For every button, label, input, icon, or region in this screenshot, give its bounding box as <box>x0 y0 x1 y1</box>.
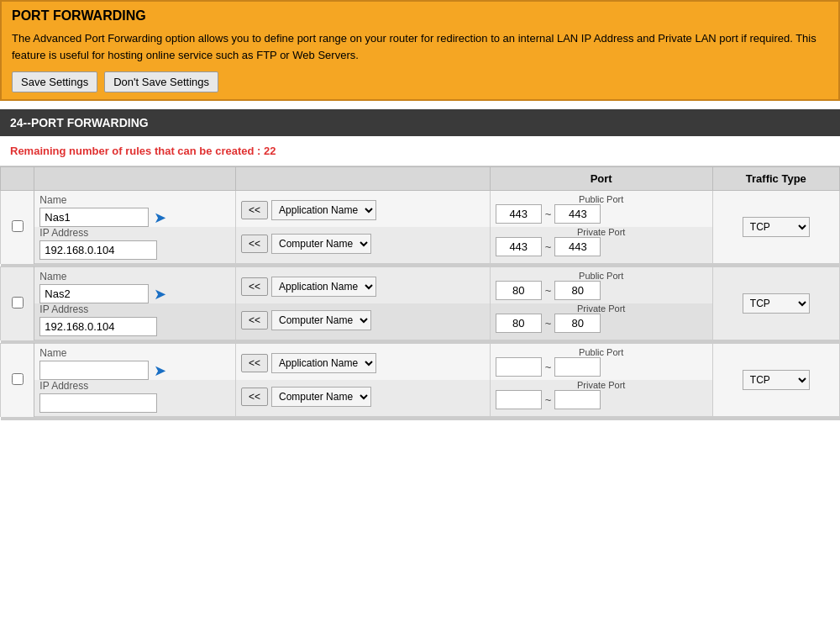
computer-arrow-btn-3[interactable]: << <box>241 388 268 406</box>
name-input-1[interactable] <box>39 208 149 227</box>
public-port-label-2: Public Port <box>496 271 707 281</box>
app-arrow-row-2: << Application Name <box>241 277 485 297</box>
app-arrow-btn-3[interactable]: << <box>241 354 268 372</box>
traffic-select-1[interactable]: TCP UDP Both <box>743 217 810 237</box>
public-port-row-2: ~ <box>496 281 707 300</box>
traffic-cell-2: TCP UDP Both <box>712 267 839 340</box>
computer-arrow-cell-3: << Computer Name <box>236 380 491 417</box>
public-tilde-3: ~ <box>545 361 552 373</box>
computer-name-select-2[interactable]: Computer Name <box>271 310 371 330</box>
app-name-select-3[interactable]: Application Name <box>271 353 376 373</box>
computer-arrow-btn-2[interactable]: << <box>241 311 268 330</box>
save-settings-button[interactable]: Save Settings <box>12 71 97 92</box>
name-link-icon-3[interactable]: ➤ <box>154 361 166 380</box>
private-port-start-3[interactable] <box>496 390 542 409</box>
private-port-cell-3: Private Port ~ <box>490 380 712 417</box>
row-checkbox-2[interactable] <box>12 297 24 308</box>
public-port-cell-3: Public Port ~ <box>490 344 712 381</box>
traffic-select-3[interactable]: TCP UDP Both <box>743 370 810 390</box>
col-port-header: Port <box>490 167 712 191</box>
table-row: Name ➤ << Application Name Public Port ~ <box>1 191 840 228</box>
dont-save-settings-button[interactable]: Don't Save Settings <box>104 71 218 92</box>
private-port-label-2: Private Port <box>496 303 707 314</box>
public-port-start-1[interactable] <box>496 204 542 224</box>
name-cell-1: Name ➤ <box>34 191 236 228</box>
name-label-2: Name <box>39 271 230 282</box>
computer-arrow-row-2: << Computer Name <box>241 310 485 330</box>
computer-arrow-row-1: << Computer Name <box>241 234 485 254</box>
computer-arrow-row-3: << Computer Name <box>241 387 485 407</box>
name-label-3: Name <box>39 347 230 359</box>
ip-input-3[interactable] <box>39 393 157 413</box>
public-port-cell-2: Public Port ~ <box>490 267 712 304</box>
private-tilde-2: ~ <box>545 317 552 330</box>
computer-name-select-3[interactable]: Computer Name <box>271 387 371 407</box>
private-port-end-2[interactable] <box>554 314 601 333</box>
rules-remaining: Remaining number of rules that can be cr… <box>0 136 840 166</box>
public-port-label-1: Public Port <box>496 194 707 204</box>
traffic-select-2[interactable]: TCP UDP Both <box>743 293 810 314</box>
app-name-select-2[interactable]: Application Name <box>271 277 376 297</box>
name-link-icon-1[interactable]: ➤ <box>154 208 166 227</box>
public-port-end-3[interactable] <box>554 357 601 377</box>
table-row: Name ➤ << Application Name Public Port ~ <box>1 267 840 304</box>
app-arrow-row-1: << Application Name <box>241 200 485 220</box>
name-cell-2: Name ➤ <box>34 267 236 304</box>
computer-arrow-cell-1: << Computer Name <box>236 227 491 264</box>
row-checkbox-1[interactable] <box>12 220 24 232</box>
private-port-row-1: ~ <box>496 237 707 256</box>
name-input-2[interactable] <box>39 284 149 303</box>
public-port-end-1[interactable] <box>554 204 601 224</box>
name-input-wrapper-3: ➤ <box>39 361 230 380</box>
computer-arrow-btn-1[interactable]: << <box>241 235 268 253</box>
app-arrow-btn-1[interactable]: << <box>241 201 268 219</box>
public-port-cell-1: Public Port ~ <box>490 191 712 228</box>
name-input-wrapper-2: ➤ <box>39 284 230 303</box>
name-input-3[interactable] <box>39 361 149 380</box>
page-title: PORT FORWARDING <box>12 8 828 24</box>
ip-label-3: IP Address <box>39 380 230 392</box>
private-port-end-3[interactable] <box>554 390 601 409</box>
col-arrow-header <box>236 167 491 191</box>
ip-cell-1: IP Address <box>34 227 236 264</box>
app-arrow-btn-2[interactable]: << <box>241 277 268 296</box>
ip-input-1[interactable] <box>39 240 157 260</box>
private-tilde-3: ~ <box>545 393 552 406</box>
name-cell-3: Name ➤ <box>34 344 236 381</box>
private-port-end-1[interactable] <box>554 237 601 256</box>
ip-cell-3: IP Address <box>34 380 236 417</box>
public-port-end-2[interactable] <box>554 281 601 300</box>
col-name-header <box>34 167 236 191</box>
name-label-1: Name <box>39 194 230 206</box>
app-arrow-cell-1: << Application Name <box>236 191 491 228</box>
private-port-start-1[interactable] <box>496 237 542 256</box>
private-port-row-3: ~ <box>496 390 707 409</box>
col-traffic-header: Traffic Type <box>712 167 839 191</box>
public-port-start-2[interactable] <box>496 281 542 300</box>
row-checkbox-cell-2 <box>1 267 34 340</box>
private-port-cell-2: Private Port ~ <box>490 303 712 340</box>
ip-label-2: IP Address <box>39 303 230 315</box>
private-port-cell-1: Private Port ~ <box>490 227 712 264</box>
page-header: PORT FORWARDING The Advanced Port Forwar… <box>0 0 840 101</box>
public-tilde-1: ~ <box>545 208 552 220</box>
public-port-row-3: ~ <box>496 357 707 377</box>
computer-name-select-1[interactable]: Computer Name <box>271 234 371 254</box>
row-checkbox-3[interactable] <box>12 373 24 385</box>
ip-label-1: IP Address <box>39 227 230 239</box>
section-title: 24--PORT FORWARDING <box>0 109 840 136</box>
public-port-start-3[interactable] <box>496 357 542 377</box>
app-arrow-row-3: << Application Name <box>241 353 485 373</box>
traffic-cell-3: TCP UDP Both <box>712 344 839 417</box>
table-header: Port Traffic Type <box>1 167 840 191</box>
private-tilde-1: ~ <box>545 240 552 253</box>
private-port-label-1: Private Port <box>496 227 707 237</box>
name-link-icon-2[interactable]: ➤ <box>154 285 166 303</box>
row-checkbox-cell-3 <box>1 344 34 417</box>
computer-arrow-cell-2: << Computer Name <box>236 303 491 340</box>
ip-input-2[interactable] <box>39 317 157 336</box>
private-port-start-2[interactable] <box>496 314 542 333</box>
col-checkbox-header <box>1 167 34 191</box>
app-name-select-1[interactable]: Application Name <box>271 200 376 220</box>
header-buttons: Save Settings Don't Save Settings <box>12 71 828 92</box>
